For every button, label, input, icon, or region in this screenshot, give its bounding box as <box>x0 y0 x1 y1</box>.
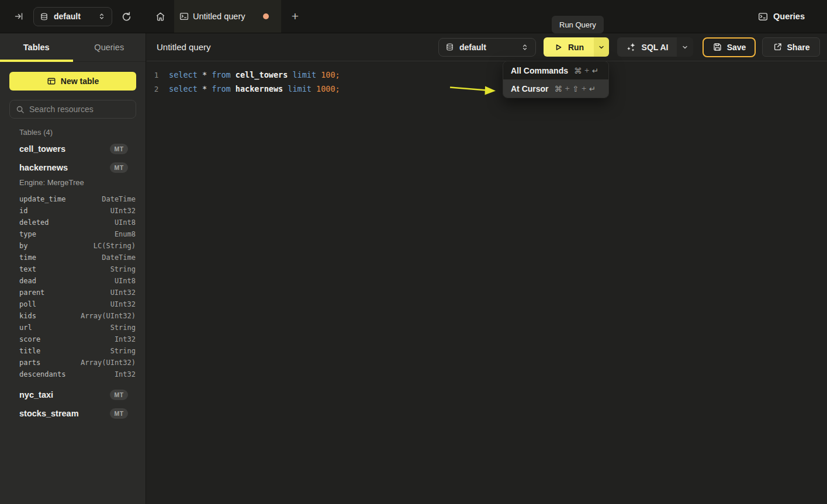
column-name: kids <box>19 312 36 320</box>
table-name: stocks_stream <box>19 409 79 418</box>
menu-item-shortcut: ⌘+⇧+↵ <box>555 84 596 93</box>
save-button[interactable]: Save <box>703 37 756 57</box>
database-selector-value: default <box>459 43 515 52</box>
column-row: kidsArray(UInt32) <box>19 310 136 322</box>
column-type: Enum8 <box>115 230 136 238</box>
tables-list: cell_towersMThackernewsMTEngine: MergeTr… <box>0 140 146 422</box>
column-type: String <box>110 324 136 332</box>
line-number: 1 <box>147 71 166 79</box>
column-type: UInt32 <box>110 207 136 215</box>
column-row: scoreInt32 <box>19 333 136 345</box>
sparkles-icon <box>626 42 636 53</box>
column-row: deletedUInt8 <box>19 217 136 228</box>
database-selector[interactable]: default <box>33 7 112 26</box>
column-name: update_time <box>19 195 65 203</box>
sidebar-tab-queries[interactable]: Queries <box>73 33 146 61</box>
code-tokens: select * from hackernews limit 1000; <box>169 84 340 93</box>
table-name: hackernews <box>19 163 68 172</box>
sql-ai-button[interactable]: SQL AI <box>617 37 677 57</box>
tab-untitled-query[interactable]: Untitled query <box>174 0 281 33</box>
home-button[interactable] <box>146 0 174 33</box>
collapse-sidebar-icon[interactable] <box>14 12 23 21</box>
chevron-updown-icon <box>521 43 529 52</box>
tabbar: Untitled query + <box>146 0 309 33</box>
save-icon <box>712 42 722 52</box>
column-type: DateTime <box>102 195 136 203</box>
new-table-label: New table <box>61 77 99 86</box>
sql-ai-label: SQL AI <box>642 43 669 52</box>
column-type: LC(String) <box>94 242 136 250</box>
topbar-left: default <box>0 0 146 33</box>
topbar: default Untitled query + <box>0 0 827 33</box>
column-row: byLC(String) <box>19 240 136 252</box>
sql-ai-options-button[interactable] <box>677 37 693 57</box>
menu-item[interactable]: All Commands⌘+↵ <box>503 61 608 79</box>
tab-label: Untitled query <box>193 12 245 21</box>
menu-item[interactable]: At Cursor⌘+⇧+↵ <box>503 79 608 98</box>
refresh-icon[interactable] <box>121 11 132 22</box>
sidebar-tab-tables[interactable]: Tables <box>0 33 73 61</box>
column-name: deleted <box>19 218 49 227</box>
engine-badge: MT <box>110 408 128 419</box>
column-row: descendantsInt32 <box>19 369 136 380</box>
editor-header: Untitled query default <box>147 33 827 61</box>
column-name: id <box>19 207 27 215</box>
sql-ai-button-group: SQL AI <box>617 37 693 57</box>
column-row: update_timeDateTime <box>19 193 136 205</box>
table-row[interactable]: hackernewsMT <box>19 159 128 176</box>
terminal-icon <box>758 12 768 22</box>
column-name: score <box>19 335 40 343</box>
menu-item-label: All Commands <box>511 66 568 75</box>
column-row: titleString <box>19 345 136 357</box>
database-selector[interactable]: default <box>438 38 536 57</box>
column-name: by <box>19 242 27 250</box>
database-icon <box>40 12 49 21</box>
share-button[interactable]: Share <box>762 37 820 57</box>
column-row: idUInt32 <box>19 205 136 217</box>
column-name: url <box>19 324 32 332</box>
column-name: parts <box>19 359 40 367</box>
column-name: descendants <box>19 370 65 378</box>
column-name: text <box>19 265 36 273</box>
new-tab-button[interactable]: + <box>281 0 309 33</box>
engine-label: Engine: MergeTree <box>19 176 128 188</box>
column-row: deadUInt8 <box>19 275 136 287</box>
column-row: textString <box>19 263 136 275</box>
run-query-tooltip: Run Query <box>552 16 604 33</box>
run-options-menu: All Commands⌘+↵At Cursor⌘+⇧+↵ <box>503 61 609 98</box>
tables-section-label: Tables (4) <box>19 128 128 137</box>
run-button[interactable]: Run <box>544 37 594 57</box>
column-name: type <box>19 230 36 238</box>
column-type: Int32 <box>115 370 136 378</box>
query-title: Untitled query <box>157 42 211 52</box>
queries-button[interactable]: Queries <box>758 12 805 22</box>
column-row: typeEnum8 <box>19 228 136 240</box>
columns-list: update_timeDateTimeidUInt32deletedUInt8t… <box>19 193 136 380</box>
save-label: Save <box>727 43 746 52</box>
app: default Untitled query + <box>0 0 827 504</box>
table-row[interactable]: stocks_streamMT <box>19 405 128 422</box>
column-type: Array(UInt32) <box>81 359 136 367</box>
editor-panel: Untitled query default <box>147 33 827 504</box>
line-number: 2 <box>147 85 166 93</box>
sidebar-tabs: Tables Queries <box>0 33 146 62</box>
search-input[interactable]: Search resources <box>9 100 136 119</box>
column-type: String <box>110 265 136 273</box>
share-icon <box>773 42 783 52</box>
column-name: time <box>19 253 36 262</box>
new-table-button[interactable]: New table <box>9 72 136 91</box>
table-name: nyc_taxi <box>19 390 53 399</box>
database-selector-value: default <box>54 12 92 21</box>
table-row[interactable]: nyc_taxiMT <box>19 386 128 404</box>
table-icon <box>47 77 56 86</box>
menu-item-label: At Cursor <box>511 84 549 93</box>
column-name: parent <box>19 289 44 297</box>
engine-badge: MT <box>110 162 128 173</box>
table-row[interactable]: cell_towersMT <box>19 140 128 158</box>
database-icon <box>445 43 454 51</box>
run-options-button[interactable] <box>594 37 609 57</box>
run-button-group: Run <box>544 37 609 57</box>
code-line: 1select * from cell_towers limit 100; <box>147 68 827 82</box>
column-type: Array(UInt32) <box>81 312 136 320</box>
search-placeholder: Search resources <box>29 105 94 114</box>
